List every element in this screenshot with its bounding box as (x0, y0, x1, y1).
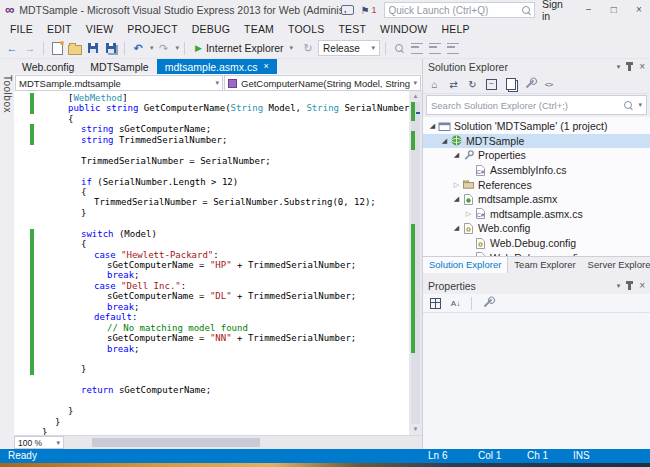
expander-icon[interactable] (439, 137, 450, 145)
code-line[interactable]: { (14, 239, 409, 249)
zoom-dropdown[interactable]: 100 % ▾ (14, 436, 64, 449)
close-tab-icon[interactable]: × (263, 62, 268, 71)
comment-icon[interactable] (409, 40, 425, 56)
code-line[interactable] (14, 396, 409, 406)
pin-icon[interactable] (628, 283, 631, 290)
tree-item[interactable]: MDTSample (423, 134, 650, 149)
tree-item[interactable]: Web.config (423, 221, 650, 236)
code-line[interactable]: { (14, 187, 409, 197)
undo-icon[interactable]: ↶ (130, 40, 146, 56)
panel-tab-solution-explorer[interactable]: Solution Explorer (423, 257, 508, 273)
panel-tab-team-explorer[interactable]: Team Explorer (508, 257, 581, 273)
new-file-icon[interactable] (49, 40, 65, 56)
scroll-up-icon[interactable]: ▲ (409, 91, 422, 102)
doc-tab[interactable]: mdtsample.asmx.cs× (157, 59, 277, 74)
sync-icon[interactable]: ⇄ (446, 77, 461, 92)
minimize-button[interactable]: − (580, 0, 598, 20)
code-line[interactable]: switch (Model) (14, 229, 409, 239)
code-line[interactable] (14, 375, 409, 385)
refresh-icon[interactable]: ↻ (465, 77, 480, 92)
menu-item-view[interactable]: VIEW (79, 21, 121, 37)
code-line[interactable]: case "Hewlett-Packard": (14, 250, 409, 260)
menu-item-edit[interactable]: EDIT (40, 21, 79, 37)
undo-dropdown-icon[interactable]: ▾ (150, 44, 154, 52)
code-line[interactable]: string TrimmedSerialNumber; (14, 135, 409, 145)
expander-icon[interactable] (451, 195, 462, 203)
code-line[interactable]: sGetComputerName = "NN" + TrimmedSerialN… (14, 333, 409, 343)
uncomment-icon[interactable] (427, 40, 443, 56)
code-line[interactable]: [WebMethod] (14, 93, 409, 103)
tree-item[interactable]: Web.Debug.config (423, 236, 650, 251)
run-target-dropdown-icon[interactable]: ▾ (290, 44, 294, 52)
code-line[interactable]: break; (14, 270, 409, 280)
code-lines[interactable]: [WebMethod]public string GetComputerName… (14, 91, 409, 435)
maximize-button[interactable]: □ (605, 0, 623, 20)
expander-icon[interactable] (463, 210, 474, 218)
code-line[interactable]: } (14, 427, 409, 435)
feedback-icon[interactable] (341, 5, 354, 15)
menu-item-tools[interactable]: TOOLS (281, 21, 331, 37)
code-line[interactable]: } (14, 406, 409, 416)
code-line[interactable]: if (SerialNumber.Length > 12) (14, 177, 409, 187)
doc-tab[interactable]: Web.config (14, 59, 82, 74)
sign-in-link[interactable]: Sign in (542, 0, 573, 22)
expander-icon[interactable] (451, 181, 462, 189)
scroll-down-icon[interactable]: ▼ (409, 424, 422, 435)
code-line[interactable]: break; (14, 302, 409, 312)
property-pages-icon[interactable] (480, 296, 495, 311)
menu-item-window[interactable]: WINDOW (373, 21, 434, 37)
quick-launch-input[interactable]: Quick Launch (Ctrl+Q) (384, 2, 535, 18)
code-line[interactable]: sGetComputerName = "HP" + TrimmedSerialN… (14, 260, 409, 270)
code-line[interactable] (14, 166, 409, 176)
expander-icon[interactable] (451, 151, 462, 159)
solution-explorer-search-input[interactable] (431, 100, 620, 111)
code-line[interactable]: } (14, 364, 409, 374)
editor-horizontal-scrollbar[interactable] (64, 436, 422, 449)
properties-icon[interactable] (522, 77, 537, 92)
tree-item[interactable]: Solution 'MDTSample' (1 project) (423, 119, 650, 134)
find-icon[interactable] (391, 40, 407, 56)
refresh-icon[interactable]: ↻ (300, 40, 316, 56)
code-line[interactable]: case "Dell Inc.": (14, 281, 409, 291)
collapse-all-icon[interactable]: − (484, 77, 499, 92)
tree-item[interactable]: References (423, 177, 650, 192)
show-all-files-icon[interactable] (503, 77, 518, 92)
editor-vertical-scrollbar[interactable]: ▲ ▼ (409, 91, 422, 435)
toolbox-tab[interactable]: Toolbox (0, 59, 14, 449)
close-icon[interactable]: × (639, 281, 645, 291)
menu-item-team[interactable]: TEAM (237, 21, 281, 37)
members-dropdown[interactable]: GetComputerName(String Model, String Ser… (224, 75, 421, 91)
code-line[interactable]: break; (14, 344, 409, 354)
save-icon[interactable] (85, 40, 101, 56)
code-editor[interactable]: [WebMethod]public string GetComputerName… (14, 91, 422, 435)
menu-item-test[interactable]: TEST (331, 21, 373, 37)
code-line[interactable]: } (14, 417, 409, 427)
menu-item-project[interactable]: PROJECT (120, 21, 184, 37)
tree-item[interactable]: Properties (423, 148, 650, 163)
code-line[interactable]: } (14, 208, 409, 218)
home-icon[interactable]: ⌂ (427, 77, 442, 92)
start-debug-button[interactable]: ▶ Internet Explorer ▾ (190, 41, 298, 55)
code-line[interactable]: TrimmedSerialNumber = SerialNumber.Subst… (14, 197, 409, 207)
open-file-icon[interactable] (67, 40, 83, 56)
navigate-back-icon[interactable]: ← (4, 40, 20, 56)
redo-icon[interactable]: ↷ (156, 40, 172, 56)
code-line[interactable] (14, 218, 409, 228)
doc-tab[interactable]: MDTSample (82, 59, 156, 74)
tree-item[interactable]: mdtsample.asmx (423, 192, 650, 207)
code-line[interactable]: return sGetComputerName; (14, 385, 409, 395)
code-line[interactable]: sGetComputerName = "DL" + TrimmedSerialN… (14, 291, 409, 301)
menu-item-help[interactable]: HELP (434, 21, 476, 37)
code-line[interactable]: string sGetComputerName; (14, 124, 409, 134)
code-line[interactable]: // No matching model found (14, 323, 409, 333)
alphabetical-icon[interactable]: A↓ (448, 296, 463, 311)
categorized-icon[interactable] (428, 296, 443, 311)
expander-icon[interactable] (427, 122, 438, 130)
tree-item[interactable]: C#mdtsample.asmx.cs (423, 207, 650, 222)
navigate-forward-icon[interactable]: → (22, 40, 38, 56)
code-line[interactable] (14, 145, 409, 155)
configuration-dropdown[interactable]: Release ▾ (318, 40, 380, 56)
code-line[interactable]: public string GetComputerName(String Mod… (14, 103, 409, 113)
close-button[interactable]: × (630, 0, 648, 20)
close-icon[interactable]: × (639, 62, 645, 72)
